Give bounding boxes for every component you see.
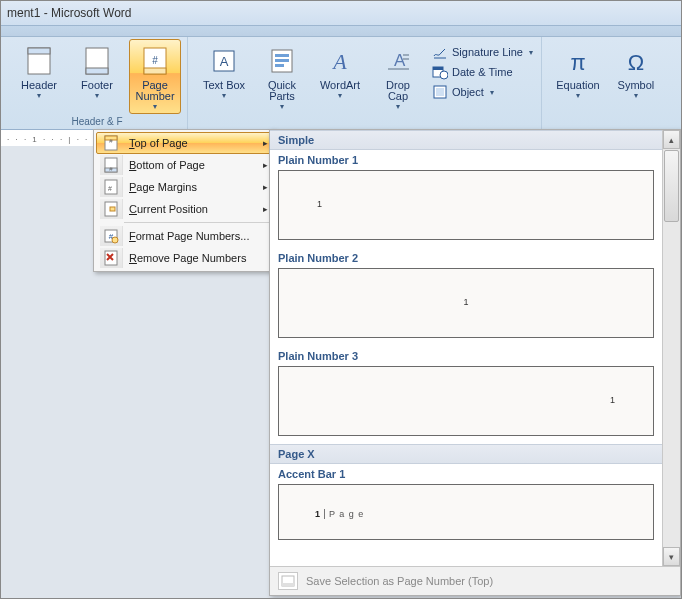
gallery-item-plain-number-2[interactable]: Plain Number 2 1 bbox=[270, 248, 662, 338]
menu-item-page-margins[interactable]: # Page Margins ▸ bbox=[96, 176, 272, 198]
svg-rect-23 bbox=[436, 88, 444, 96]
svg-rect-35 bbox=[110, 207, 115, 211]
scroll-track[interactable] bbox=[663, 223, 680, 547]
gallery-preview: 1 bbox=[278, 366, 654, 436]
gallery-scrollbar[interactable]: ▴ ▾ bbox=[662, 130, 680, 566]
menu-label: Top of Page bbox=[129, 137, 263, 149]
svg-rect-15 bbox=[403, 54, 409, 56]
svg-text:#: # bbox=[152, 55, 158, 66]
text-box-label: Text Box bbox=[203, 80, 245, 91]
page-number-button[interactable]: # Page Number ▾ bbox=[129, 39, 181, 114]
svg-point-21 bbox=[440, 71, 448, 79]
text-box-button[interactable]: A Text Box ▾ bbox=[198, 39, 250, 114]
page-number-gallery: Simple Plain Number 1 1 Plain Number 2 1… bbox=[269, 129, 681, 596]
signature-icon bbox=[432, 44, 448, 60]
current-position-icon bbox=[100, 199, 123, 219]
date-time-button[interactable]: Date & Time bbox=[430, 63, 535, 81]
chevron-down-icon: ▾ bbox=[338, 91, 342, 100]
menu-item-remove-page-numbers[interactable]: Remove Page Numbers bbox=[96, 247, 272, 269]
page-number-sample: 1 bbox=[610, 395, 615, 405]
wordart-button[interactable]: A WordArt ▾ bbox=[314, 39, 366, 114]
gallery-item-title: Plain Number 1 bbox=[270, 150, 662, 168]
svg-text:A: A bbox=[331, 49, 347, 74]
chevron-down-icon: ▾ bbox=[634, 91, 638, 100]
svg-rect-11 bbox=[275, 59, 289, 62]
menu-separator bbox=[124, 222, 272, 223]
footer-button[interactable]: Footer ▾ bbox=[71, 39, 123, 114]
quick-parts-label: Quick Parts bbox=[259, 80, 305, 102]
svg-rect-1 bbox=[28, 48, 50, 54]
gallery-item-plain-number-1[interactable]: Plain Number 1 1 bbox=[270, 150, 662, 240]
menu-item-current-position[interactable]: Current Position ▸ bbox=[96, 198, 272, 220]
submenu-arrow-icon: ▸ bbox=[263, 160, 268, 170]
format-page-numbers-icon: # bbox=[100, 226, 123, 246]
page-number-icon: # bbox=[139, 44, 171, 78]
chevron-down-icon: ▾ bbox=[95, 91, 99, 100]
equation-label: Equation bbox=[556, 80, 599, 91]
page-number-label: Page Number bbox=[132, 80, 178, 102]
object-icon bbox=[432, 84, 448, 100]
gallery-item-accent-bar-1[interactable]: Accent Bar 1 1P a g e bbox=[270, 464, 662, 540]
svg-rect-41 bbox=[282, 583, 294, 586]
ribbon-group-symbols: π Equation ▾ Ω Symbol ▾ bbox=[546, 37, 668, 129]
text-box-icon: A bbox=[208, 44, 240, 78]
ribbon-group-text: A Text Box ▾ Quick Parts ▾ A WordArt ▾ bbox=[192, 37, 542, 129]
gallery-footer: Save Selection as Page Number (Top) bbox=[270, 566, 680, 595]
signature-line-button[interactable]: Signature Line ▾ bbox=[430, 43, 535, 61]
drop-cap-icon: A bbox=[382, 44, 414, 78]
window-title: ment1 - Microsoft Word bbox=[7, 1, 131, 25]
accent-bar-sample: 1P a g e bbox=[315, 507, 364, 519]
scroll-down-button[interactable]: ▾ bbox=[663, 547, 680, 566]
chevron-down-icon: ▾ bbox=[576, 91, 580, 100]
header-button[interactable]: Header ▾ bbox=[13, 39, 65, 114]
equation-button[interactable]: π Equation ▾ bbox=[552, 39, 604, 103]
object-label: Object bbox=[452, 86, 484, 98]
chevron-down-icon: ▾ bbox=[396, 102, 400, 111]
group-label-header-footer: Header & F bbox=[13, 116, 181, 129]
svg-text:A: A bbox=[220, 54, 229, 69]
footer-icon bbox=[81, 44, 113, 78]
submenu-arrow-icon: ▸ bbox=[263, 204, 268, 214]
quick-parts-button[interactable]: Quick Parts ▾ bbox=[256, 39, 308, 114]
svg-text:A: A bbox=[394, 51, 406, 70]
menu-item-format-page-numbers[interactable]: # Format Page Numbers... bbox=[96, 225, 272, 247]
page-number-sample: 1 bbox=[463, 297, 468, 307]
remove-page-numbers-icon bbox=[100, 248, 123, 268]
header-label: Header bbox=[21, 80, 57, 91]
top-of-page-icon: # bbox=[100, 133, 123, 153]
symbol-label: Symbol bbox=[618, 80, 655, 91]
ribbon-group-header-footer: Header ▾ Footer ▾ # Page Number ▾ Header… bbox=[7, 37, 188, 129]
menu-label: Format Page Numbers... bbox=[129, 230, 268, 242]
gallery-item-plain-number-3[interactable]: Plain Number 3 1 bbox=[270, 346, 662, 436]
ribbon: Header ▾ Footer ▾ # Page Number ▾ Header… bbox=[1, 37, 681, 130]
chevron-down-icon: ▾ bbox=[529, 48, 533, 57]
equation-icon: π bbox=[562, 44, 594, 78]
wordart-label: WordArt bbox=[320, 80, 360, 91]
page-number-sample: 1 bbox=[317, 199, 322, 209]
date-time-label: Date & Time bbox=[452, 66, 513, 78]
symbol-button[interactable]: Ω Symbol ▾ bbox=[610, 39, 662, 103]
page-number-dropdown-menu: # Top of Page ▸ # Bottom of Page ▸ # Pag… bbox=[93, 129, 275, 272]
menu-item-top-of-page[interactable]: # Top of Page ▸ bbox=[96, 132, 272, 154]
gallery-preview: 1P a g e bbox=[278, 484, 654, 540]
gallery-item-title: Accent Bar 1 bbox=[270, 464, 662, 482]
svg-rect-17 bbox=[388, 68, 409, 70]
menu-item-bottom-of-page[interactable]: # Bottom of Page ▸ bbox=[96, 154, 272, 176]
drop-cap-label: Drop Cap bbox=[375, 80, 421, 102]
chevron-down-icon: ▾ bbox=[222, 91, 226, 100]
menu-label: Page Margins bbox=[129, 181, 263, 193]
scroll-thumb[interactable] bbox=[664, 150, 679, 222]
wordart-icon: A bbox=[324, 44, 356, 78]
svg-point-38 bbox=[112, 237, 118, 243]
chevron-down-icon: ▾ bbox=[280, 102, 284, 111]
svg-rect-3 bbox=[86, 68, 108, 74]
object-button[interactable]: Object ▾ bbox=[430, 83, 535, 101]
svg-text:π: π bbox=[570, 50, 585, 75]
chevron-down-icon: ▾ bbox=[153, 102, 157, 111]
scroll-up-button[interactable]: ▴ bbox=[663, 130, 680, 149]
gallery-section-simple: Simple bbox=[270, 130, 662, 150]
drop-cap-button[interactable]: A Drop Cap ▾ bbox=[372, 39, 424, 114]
title-bar: ment1 - Microsoft Word bbox=[1, 1, 681, 26]
footer-label: Footer bbox=[81, 80, 113, 91]
chevron-down-icon: ▾ bbox=[37, 91, 41, 100]
